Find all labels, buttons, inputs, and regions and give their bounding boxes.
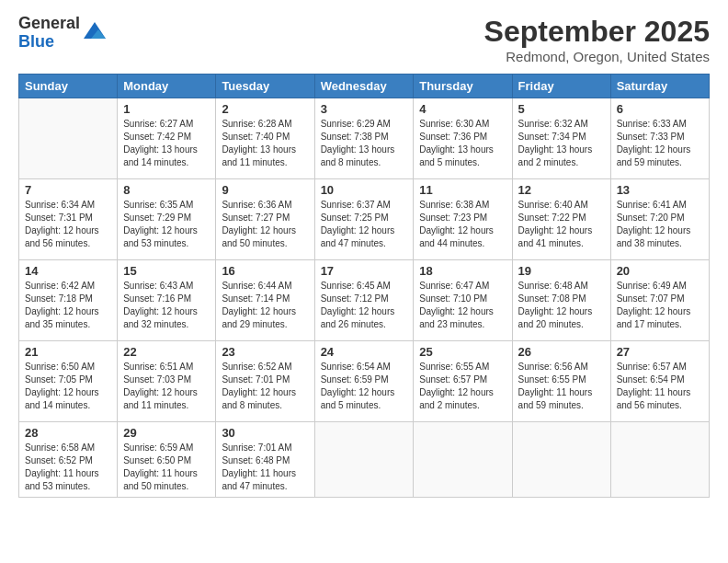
day-number: 8 bbox=[123, 183, 210, 197]
table-row: 8Sunrise: 6:35 AMSunset: 7:29 PMDaylight… bbox=[118, 179, 216, 260]
day-info: Sunrise: 6:29 AMSunset: 7:38 PMDaylight:… bbox=[321, 118, 408, 169]
day-info: Sunrise: 6:50 AMSunset: 7:05 PMDaylight:… bbox=[25, 361, 111, 412]
day-number: 5 bbox=[518, 102, 605, 116]
day-number: 18 bbox=[419, 264, 506, 278]
table-row: 22Sunrise: 6:51 AMSunset: 7:03 PMDayligh… bbox=[118, 341, 216, 422]
page-container: General Blue September 2025 Redmond, Ore… bbox=[0, 0, 728, 507]
calendar-header-row: Sunday Monday Tuesday Wednesday Thursday… bbox=[19, 75, 710, 98]
table-row: 20Sunrise: 6:49 AMSunset: 7:07 PMDayligh… bbox=[610, 260, 709, 341]
location: Redmond, Oregon, United States bbox=[484, 49, 710, 64]
table-row: 26Sunrise: 6:56 AMSunset: 6:55 PMDayligh… bbox=[512, 341, 610, 422]
day-number: 20 bbox=[617, 264, 703, 278]
day-number: 6 bbox=[617, 102, 703, 116]
logo-blue: Blue bbox=[18, 33, 80, 52]
col-thursday: Thursday bbox=[414, 75, 512, 98]
day-number: 27 bbox=[617, 345, 703, 359]
day-info: Sunrise: 6:47 AMSunset: 7:10 PMDaylight:… bbox=[419, 280, 506, 331]
day-info: Sunrise: 6:49 AMSunset: 7:07 PMDaylight:… bbox=[617, 280, 703, 331]
calendar-table: Sunday Monday Tuesday Wednesday Thursday… bbox=[18, 74, 710, 498]
table-row: 2Sunrise: 6:28 AMSunset: 7:40 PMDaylight… bbox=[216, 98, 314, 179]
month-title: September 2025 bbox=[484, 15, 710, 49]
day-number: 24 bbox=[321, 345, 408, 359]
table-row: 7Sunrise: 6:34 AMSunset: 7:31 PMDaylight… bbox=[19, 179, 118, 260]
day-number: 29 bbox=[123, 426, 210, 440]
table-row bbox=[19, 98, 118, 179]
day-number: 14 bbox=[25, 264, 111, 278]
table-row: 29Sunrise: 6:59 AMSunset: 6:50 PMDayligh… bbox=[118, 422, 216, 498]
day-info: Sunrise: 6:35 AMSunset: 7:29 PMDaylight:… bbox=[123, 199, 210, 250]
day-number: 17 bbox=[321, 264, 408, 278]
day-info: Sunrise: 6:59 AMSunset: 6:50 PMDaylight:… bbox=[123, 442, 210, 493]
table-row: 13Sunrise: 6:41 AMSunset: 7:20 PMDayligh… bbox=[610, 179, 709, 260]
day-info: Sunrise: 6:55 AMSunset: 6:57 PMDaylight:… bbox=[419, 361, 506, 412]
day-number: 19 bbox=[518, 264, 605, 278]
day-info: Sunrise: 6:34 AMSunset: 7:31 PMDaylight:… bbox=[25, 199, 111, 250]
day-number: 10 bbox=[321, 183, 408, 197]
day-number: 1 bbox=[123, 102, 210, 116]
col-monday: Monday bbox=[118, 75, 216, 98]
day-number: 4 bbox=[419, 102, 506, 116]
day-info: Sunrise: 6:28 AMSunset: 7:40 PMDaylight:… bbox=[222, 118, 308, 169]
table-row: 27Sunrise: 6:57 AMSunset: 6:54 PMDayligh… bbox=[610, 341, 709, 422]
day-number: 22 bbox=[123, 345, 210, 359]
table-row: 10Sunrise: 6:37 AMSunset: 7:25 PMDayligh… bbox=[314, 179, 414, 260]
day-info: Sunrise: 6:54 AMSunset: 6:59 PMDaylight:… bbox=[321, 361, 408, 412]
col-saturday: Saturday bbox=[610, 75, 709, 98]
table-row: 17Sunrise: 6:45 AMSunset: 7:12 PMDayligh… bbox=[314, 260, 414, 341]
col-friday: Friday bbox=[512, 75, 610, 98]
day-info: Sunrise: 6:45 AMSunset: 7:12 PMDaylight:… bbox=[321, 280, 408, 331]
day-info: Sunrise: 6:37 AMSunset: 7:25 PMDaylight:… bbox=[321, 199, 408, 250]
table-row bbox=[512, 422, 610, 498]
day-number: 12 bbox=[518, 183, 605, 197]
table-row: 12Sunrise: 6:40 AMSunset: 7:22 PMDayligh… bbox=[512, 179, 610, 260]
table-row bbox=[314, 422, 414, 498]
day-number: 15 bbox=[123, 264, 210, 278]
day-info: Sunrise: 6:43 AMSunset: 7:16 PMDaylight:… bbox=[123, 280, 210, 331]
col-tuesday: Tuesday bbox=[216, 75, 314, 98]
table-row bbox=[414, 422, 512, 498]
day-number: 26 bbox=[518, 345, 605, 359]
table-row: 1Sunrise: 6:27 AMSunset: 7:42 PMDaylight… bbox=[118, 98, 216, 179]
table-row: 24Sunrise: 6:54 AMSunset: 6:59 PMDayligh… bbox=[314, 341, 414, 422]
day-number: 30 bbox=[222, 426, 308, 440]
day-info: Sunrise: 6:58 AMSunset: 6:52 PMDaylight:… bbox=[25, 442, 111, 493]
table-row: 30Sunrise: 7:01 AMSunset: 6:48 PMDayligh… bbox=[216, 422, 314, 498]
day-number: 28 bbox=[25, 426, 111, 440]
table-row bbox=[610, 422, 709, 498]
day-info: Sunrise: 6:57 AMSunset: 6:54 PMDaylight:… bbox=[617, 361, 703, 412]
day-info: Sunrise: 6:51 AMSunset: 7:03 PMDaylight:… bbox=[123, 361, 210, 412]
table-row: 6Sunrise: 6:33 AMSunset: 7:33 PMDaylight… bbox=[610, 98, 709, 179]
day-info: Sunrise: 6:48 AMSunset: 7:08 PMDaylight:… bbox=[518, 280, 605, 331]
day-number: 16 bbox=[222, 264, 308, 278]
col-wednesday: Wednesday bbox=[314, 75, 414, 98]
table-row: 25Sunrise: 6:55 AMSunset: 6:57 PMDayligh… bbox=[414, 341, 512, 422]
header: General Blue September 2025 Redmond, Ore… bbox=[18, 15, 710, 64]
day-number: 13 bbox=[617, 183, 703, 197]
day-number: 9 bbox=[222, 183, 308, 197]
day-number: 3 bbox=[321, 102, 408, 116]
col-sunday: Sunday bbox=[19, 75, 118, 98]
day-info: Sunrise: 6:56 AMSunset: 6:55 PMDaylight:… bbox=[518, 361, 605, 412]
table-row: 4Sunrise: 6:30 AMSunset: 7:36 PMDaylight… bbox=[414, 98, 512, 179]
logo-icon bbox=[82, 20, 108, 46]
table-row: 16Sunrise: 6:44 AMSunset: 7:14 PMDayligh… bbox=[216, 260, 314, 341]
day-info: Sunrise: 6:44 AMSunset: 7:14 PMDaylight:… bbox=[222, 280, 308, 331]
day-info: Sunrise: 6:36 AMSunset: 7:27 PMDaylight:… bbox=[222, 199, 308, 250]
title-block: September 2025 Redmond, Oregon, United S… bbox=[484, 15, 710, 64]
table-row: 19Sunrise: 6:48 AMSunset: 7:08 PMDayligh… bbox=[512, 260, 610, 341]
day-number: 2 bbox=[222, 102, 308, 116]
day-info: Sunrise: 6:52 AMSunset: 7:01 PMDaylight:… bbox=[222, 361, 308, 412]
table-row: 21Sunrise: 6:50 AMSunset: 7:05 PMDayligh… bbox=[19, 341, 118, 422]
table-row: 15Sunrise: 6:43 AMSunset: 7:16 PMDayligh… bbox=[118, 260, 216, 341]
table-row: 23Sunrise: 6:52 AMSunset: 7:01 PMDayligh… bbox=[216, 341, 314, 422]
table-row: 28Sunrise: 6:58 AMSunset: 6:52 PMDayligh… bbox=[19, 422, 118, 498]
day-number: 23 bbox=[222, 345, 308, 359]
day-number: 11 bbox=[419, 183, 506, 197]
day-info: Sunrise: 6:33 AMSunset: 7:33 PMDaylight:… bbox=[617, 118, 703, 169]
day-info: Sunrise: 6:27 AMSunset: 7:42 PMDaylight:… bbox=[123, 118, 210, 169]
table-row: 14Sunrise: 6:42 AMSunset: 7:18 PMDayligh… bbox=[19, 260, 118, 341]
day-number: 7 bbox=[25, 183, 111, 197]
table-row: 5Sunrise: 6:32 AMSunset: 7:34 PMDaylight… bbox=[512, 98, 610, 179]
day-info: Sunrise: 6:41 AMSunset: 7:20 PMDaylight:… bbox=[617, 199, 703, 250]
day-info: Sunrise: 6:30 AMSunset: 7:36 PMDaylight:… bbox=[419, 118, 506, 169]
